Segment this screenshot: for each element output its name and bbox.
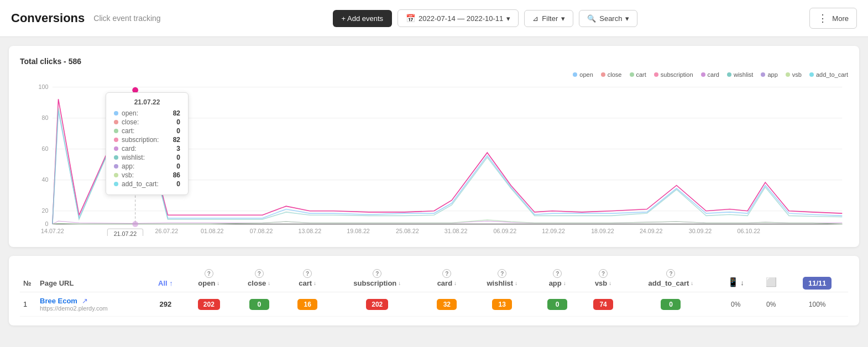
cell-page-url: Bree Ecom ↗ https://demo2.plerdy.com [36,292,147,317]
col-vsb: ? vsb ↓ [581,265,626,292]
date-range-button[interactable]: 📅 2022-07-14 — 2022-10-11 ▾ [398,9,519,27]
filter-label: Filter [542,14,558,23]
tooltip-row-app: app:0 [114,162,180,170]
search-label: Search [599,14,622,23]
chart-legend: openclosecartsubscriptioncardwishlistapp… [20,71,848,78]
col-cart: ? cart ↓ [285,265,331,292]
cell-add-to-cart: 0 [626,292,716,317]
svg-text:19.08.22: 19.08.22 [347,228,370,234]
col-no: № [20,265,36,292]
legend-item-close: close [601,71,622,78]
tooltip-row-close: close:0 [114,118,180,126]
date-range-label: 2022-07-14 — 2022-10-11 [419,14,503,23]
cell-wishlist: 13 [470,292,535,317]
legend-item-add_to_cart: add_to_cart [809,71,848,78]
chevron-down-icon-3: ▾ [625,14,629,23]
col-subscription: ? subscription ↓ [331,265,424,292]
col-pagination: 11/11 [786,265,848,292]
legend-item-wishlist: wishlist [727,71,753,78]
table-row: 1 Bree Ecom ↗ https://demo2.plerdy.com 2… [20,292,848,317]
chart-title: Total clicks - 586 [20,57,848,66]
svg-text:20: 20 [41,207,48,214]
svg-text:25.08.22: 25.08.22 [396,228,419,234]
svg-text:18.09.22: 18.09.22 [591,228,614,234]
add-to-cart-help-icon[interactable]: ? [666,269,675,278]
tablet-icon: ⬜ [766,277,777,287]
more-dots-icon: ⋮ [818,12,829,24]
more-label: More [832,14,849,23]
svg-text:24.09.22: 24.09.22 [640,228,663,234]
subscription-help-icon[interactable]: ? [373,269,381,278]
wishlist-help-icon[interactable]: ? [498,269,506,278]
legend-item-app: app [761,71,777,78]
page-title: Conversions [11,11,85,25]
search-button[interactable]: 🔍 Search ▾ [579,10,637,27]
cell-cart: 16 [285,292,331,317]
add-events-button[interactable]: + Add events [333,10,393,27]
col-card: ? card ↓ [424,265,470,292]
table-card: № Page URL All ↑ ? open ↓ ? close ↓ [9,256,859,325]
col-all[interactable]: All ↑ [147,265,184,292]
external-link-icon[interactable]: ↗ [82,297,88,305]
col-app: ? app ↓ [535,265,581,292]
cell-close: 0 [234,292,285,317]
mobile-icon: 📱 [728,277,739,287]
col-page-url: Page URL [36,265,147,292]
svg-text:06.09.22: 06.09.22 [494,228,517,234]
chevron-down-icon-2: ▾ [561,14,565,23]
svg-text:12.09.22: 12.09.22 [542,228,565,234]
page-subtitle: Click event tracking [93,14,160,23]
tooltip-row-card: card:3 [114,145,180,153]
svg-text:26.07.22: 26.07.22 [155,228,179,234]
open-help-icon[interactable]: ? [205,269,213,278]
filter-button[interactable]: ⊿ Filter ▾ [524,10,573,27]
cell-app: 0 [535,292,581,317]
tooltip-row-vsb: vsb:86 [114,171,180,179]
legend-item-cart: cart [630,71,646,78]
svg-text:60: 60 [41,145,48,152]
svg-text:06.10.22: 06.10.22 [737,228,760,234]
more-button[interactable]: ⋮ More [809,8,857,29]
tooltip-row-subscription: subscription:82 [114,136,180,144]
tooltip-row-add_to_cart: add_to_cart:0 [114,180,180,188]
tooltip-row-wishlist: wishlist:0 [114,154,180,161]
vsb-help-icon[interactable]: ? [599,269,608,278]
col-add-to-cart: ? add_to_cart ↓ [626,265,716,292]
legend-item-open: open [573,71,593,78]
chart-area: 21.07.22 open:82close:0cart:0subscriptio… [20,81,848,236]
svg-text:0: 0 [45,220,48,227]
tooltip-row-open: open:82 [114,109,180,117]
svg-point-14 [132,221,138,227]
svg-text:13.08.22: 13.08.22 [299,228,322,234]
col-tablet[interactable]: ⬜ [756,265,786,292]
cell-vsb: 74 [581,292,626,317]
svg-text:14.07.22: 14.07.22 [41,228,64,234]
close-help-icon[interactable]: ? [255,269,264,278]
chart-tooltip: 21.07.22 open:82close:0cart:0subscriptio… [106,92,189,195]
cell-tablet-pct: 0% [756,292,786,317]
col-mobile[interactable]: 📱 ↓ [715,265,756,292]
table-header-row: № Page URL All ↑ ? open ↓ ? close ↓ [20,265,848,292]
svg-text:80: 80 [41,114,48,121]
chart-card: Total clicks - 586 openclosecartsubscrip… [9,46,859,247]
svg-text:40: 40 [41,176,48,183]
page-url-link[interactable]: Bree Ecom [40,297,77,305]
pagination-badge: 11/11 [803,277,832,290]
tooltip-row-cart: cart:0 [114,127,180,135]
cell-mobile-pct: 0% [715,292,756,317]
search-icon: 🔍 [587,14,596,23]
cell-desktop-pct: 100% [786,292,848,317]
svg-text:30.09.22: 30.09.22 [689,228,712,234]
page-url-text: https://demo2.plerdy.com [40,305,144,312]
data-table: № Page URL All ↑ ? open ↓ ? close ↓ [20,265,848,317]
col-open: ? open ↓ [184,265,234,292]
cell-all: 292 [147,292,184,317]
col-wishlist: ? wishlist ↓ [470,265,535,292]
app-help-icon[interactable]: ? [553,269,562,278]
legend-item-card: card [701,71,719,78]
legend-item-vsb: vsb [786,71,802,78]
legend-item-subscription: subscription [654,71,693,78]
card-help-icon[interactable]: ? [442,269,451,278]
cart-help-icon[interactable]: ? [303,269,312,278]
svg-text:100: 100 [39,83,49,90]
